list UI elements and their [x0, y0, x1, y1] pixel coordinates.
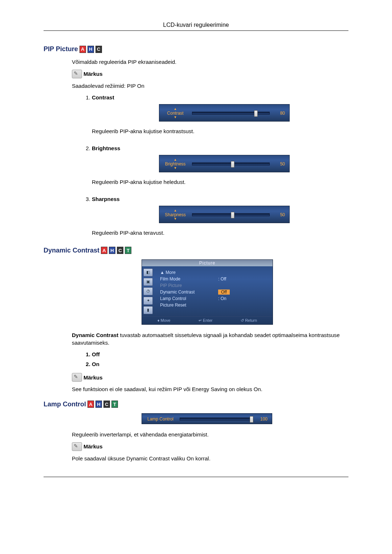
pip-modes: Saadaolevad režiimid: PIP On	[72, 82, 348, 90]
dynamic-contrast-heading: Dynamic Contrast A H C T	[44, 247, 348, 254]
menu-side-icon: ⏱	[143, 287, 153, 295]
dyn-opt-on: On	[92, 361, 348, 367]
pip-intro: Võimaldab reguleerida PIP ekraaniseadeid…	[72, 58, 348, 66]
menu-row-label: Lamp Control	[160, 296, 204, 301]
note-icon	[72, 373, 82, 382]
pip-brightness-desc: Reguleerib PIP-akna kujutise heledust.	[92, 179, 348, 185]
menu-row-label: Picture Reset	[160, 303, 204, 308]
dyn-opt-off: Off	[92, 351, 348, 357]
pip-sharpness-desc: Reguleerib PIP-akna teravust.	[92, 230, 348, 236]
pip-sharpness-title: Sharpness	[92, 196, 120, 202]
menu-row-val: Off	[218, 290, 230, 295]
bottom-rule	[44, 477, 348, 477]
pip-contrast-title: Contrast	[92, 94, 114, 100]
page-header: LCD-kuvari reguleerimine	[44, 22, 348, 28]
badge-h-icon: H	[87, 46, 94, 53]
osd-brightness-value: 50	[275, 161, 285, 167]
lamp-note-label: Märkus	[83, 443, 103, 450]
menu-row-label: Film Mode	[160, 276, 204, 282]
osd-contrast-value: 80	[275, 111, 285, 116]
dyn-note-text: See funktsioon ei ole saadaval, kui reži…	[72, 385, 348, 393]
osd-contrast-slider: ▲ Contrast ▼ 80	[159, 104, 290, 122]
badge-h-icon: H	[95, 401, 102, 408]
osd-sharpness-value: 50	[275, 212, 285, 217]
pip-brightness-title: Brightness	[92, 145, 120, 151]
menu-row-label: ▲ More	[160, 270, 204, 275]
osd-sharpness-label: Sharpness	[164, 212, 187, 217]
menu-side-icon: ▣	[143, 278, 153, 286]
osd-lamp-value: 100	[257, 416, 268, 422]
lamp-control-heading: Lamp Control A H C T	[44, 401, 348, 408]
dynamic-contrast-title: Dynamic Contrast	[44, 247, 99, 254]
note-icon	[72, 442, 82, 451]
dyn-desc-bold: Dynamic Contrast	[72, 332, 118, 338]
osd-brightness-slider: ▲ Brightness ▼ 50	[159, 155, 290, 172]
dyn-desc: Dynamic Contrast tuvastab automaatselt s…	[72, 331, 348, 347]
menu-side-icon: ▮	[143, 306, 153, 314]
pip-note-label: Märkus	[83, 71, 103, 77]
menu-side-icon: ◧	[143, 268, 153, 276]
dyn-note-label: Märkus	[83, 374, 103, 381]
pip-picture-heading: PIP Picture A H C	[44, 45, 348, 53]
menu-footer-enter: ↵ Enter	[199, 318, 212, 323]
pip-item-sharpness: Sharpness ▲ Sharpness ▼ 50 Reguleerib PI…	[92, 196, 348, 236]
osd-sharpness-slider: ▲ Sharpness ▼ 50	[159, 206, 290, 223]
osd-contrast-label: Contrast	[164, 111, 187, 116]
note-icon	[72, 70, 82, 78]
badge-t-icon: T	[125, 247, 131, 254]
menu-footer-move: ♦ Move	[158, 318, 171, 323]
badge-t-icon: T	[111, 401, 118, 408]
pip-item-contrast: Contrast ▲ Contrast ▼ 80 Reguleerib PIP-…	[92, 94, 348, 134]
badge-c-icon: C	[117, 247, 123, 254]
pip-contrast-desc: Reguleerib PIP-akna kujutise kontrastsus…	[92, 128, 348, 134]
pip-picture-title: PIP Picture	[44, 45, 78, 53]
osd-picture-menu: Picture ◧ ▣ ⏱ ✦ ▮ ▲ More Film Mode: Off …	[142, 259, 273, 325]
menu-row-val: : On	[218, 296, 226, 301]
osd-lamp-label: Lamp Control	[146, 416, 175, 422]
osd-menu-header: Picture	[142, 260, 273, 266]
lamp-control-title: Lamp Control	[44, 401, 86, 408]
badge-a-icon: A	[79, 46, 86, 53]
badge-a-icon: A	[101, 247, 107, 254]
lamp-desc: Reguleerib inverterlampi, et vähendada e…	[72, 431, 348, 439]
badge-c-icon: C	[95, 46, 102, 53]
lamp-note-text: Pole saadaval üksuse Dynamic Contrast va…	[72, 455, 348, 463]
top-rule	[44, 30, 348, 31]
badge-c-icon: C	[103, 401, 110, 408]
menu-side-icon: ✦	[143, 297, 153, 305]
osd-lamp-slider: Lamp Control 100	[142, 413, 272, 424]
badge-h-icon: H	[109, 247, 115, 254]
menu-row-val: : Off	[218, 276, 226, 282]
menu-row-label: Dynamic Contrast	[160, 290, 204, 295]
badge-a-icon: A	[87, 401, 94, 408]
pip-item-brightness: Brightness ▲ Brightness ▼ 50 Reguleerib …	[92, 145, 348, 185]
osd-brightness-label: Brightness	[164, 161, 187, 167]
menu-row-label: PIP Picture	[160, 283, 204, 288]
menu-footer-return: ↺ Return	[241, 318, 257, 323]
